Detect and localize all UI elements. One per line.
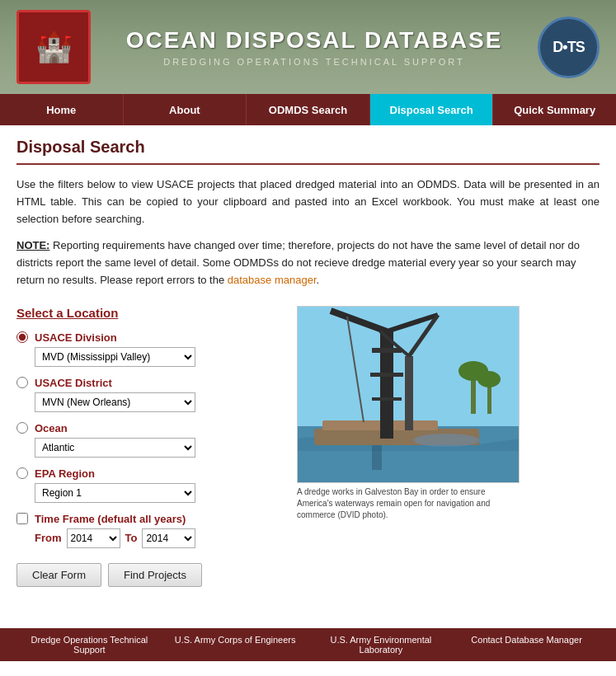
svg-point-18 <box>413 434 479 447</box>
footer: Dredge Operations Technical Support U.S.… <box>0 628 616 661</box>
form-section: Select a Location USACE Division MVD (Mi… <box>16 306 280 587</box>
radio-district[interactable] <box>16 377 28 388</box>
filter-row-timeframe: Time Frame (defualt all years) <box>16 513 280 525</box>
form-photo-row: Select a Location USACE Division MVD (Mi… <box>16 306 600 587</box>
note-text: NOTE: Reporting requirements have change… <box>16 237 600 289</box>
filter-group-district: USACE District MVN (New Orleans) SAM (Mo… <box>16 377 280 412</box>
dredge-svg <box>298 307 520 483</box>
svg-rect-19 <box>372 445 382 470</box>
note-suffix: . <box>317 274 320 286</box>
svg-rect-10 <box>370 373 403 377</box>
radio-epa[interactable] <box>16 467 28 479</box>
nav-odmds-search[interactable]: ODMDS Search <box>247 94 370 125</box>
svg-rect-9 <box>372 348 402 353</box>
header: 🏰 OCEAN DISPOSAL DATABASE DREDGING OPERA… <box>0 0 616 94</box>
from-year-select[interactable]: 20142013201220112010 2009200820072006200… <box>67 528 120 548</box>
timeframe-row: From 20142013201220112010 20092008200720… <box>35 528 280 548</box>
button-row: Clear Form Find Projects <box>16 563 280 587</box>
app-title: OCEAN DISPOSAL DATABASE <box>91 27 538 54</box>
filter-group-epa: EPA Region Region 1 Region 2 Region 3 Re… <box>16 467 280 503</box>
svg-rect-11 <box>372 397 402 401</box>
district-select[interactable]: MVN (New Orleans) SAM (Mobile) SAC (Char… <box>35 392 195 412</box>
filter-row-ocean: Ocean <box>16 422 280 434</box>
photo-caption: A dredge works in Galveston Bay in order… <box>297 486 520 521</box>
svg-rect-8 <box>380 331 393 439</box>
division-label: USACE Division <box>35 331 117 344</box>
radio-ocean[interactable] <box>16 422 28 434</box>
nav-quick-summary[interactable]: Quick Summary <box>493 94 616 125</box>
dredge-photo <box>297 306 520 483</box>
page-title: Disposal Search <box>16 138 600 165</box>
filter-row-district: USACE District <box>16 377 280 389</box>
header-title-block: OCEAN DISPOSAL DATABASE DREDGING OPERATI… <box>91 27 538 67</box>
nav-about[interactable]: About <box>124 94 247 125</box>
ocean-label: Ocean <box>35 422 68 434</box>
district-label: USACE District <box>35 377 112 389</box>
footer-item-2: U.S. Army Environmental Laboratory <box>308 635 454 655</box>
ocean-select[interactable]: Atlantic Pacific Gulf of Mexico <box>35 438 195 458</box>
filter-group-division: USACE Division MVD (Mississippi Valley) … <box>16 331 280 367</box>
intro-text: Use the filters below to view USACE proj… <box>16 176 600 228</box>
footer-item-1: U.S. Army Corps of Engineers <box>162 635 308 655</box>
from-label: From <box>35 532 62 544</box>
photo-container: A dredge works in Galveston Bay in order… <box>297 306 520 521</box>
filter-group-timeframe: Time Frame (defualt all years) From 2014… <box>16 513 280 548</box>
photo-section: A dredge works in Galveston Bay in order… <box>297 306 600 521</box>
nav-bar: Home About ODMDS Search Disposal Search … <box>0 94 616 125</box>
svg-rect-15 <box>405 356 413 430</box>
filter-group-ocean: Ocean Atlantic Pacific Gulf of Mexico <box>16 422 280 458</box>
to-year-select[interactable]: 20142013201220112010 2009200820072006200… <box>142 528 195 548</box>
footer-item-0: Dredge Operations Technical Support <box>16 635 162 655</box>
select-location-label: Select a Location <box>16 306 280 320</box>
usace-logo: 🏰 <box>16 10 91 84</box>
filter-row-epa: EPA Region <box>16 467 280 480</box>
dots-label: D•TS <box>553 39 584 56</box>
to-label: To <box>125 532 138 544</box>
note-label: NOTE: <box>16 239 49 251</box>
epa-label: EPA Region <box>35 467 95 480</box>
find-projects-button[interactable]: Find Projects <box>108 563 202 587</box>
division-select[interactable]: MVD (Mississippi Valley) SAD (South Atla… <box>35 347 195 367</box>
epa-select[interactable]: Region 1 Region 2 Region 3 Region 4 Regi… <box>35 483 195 503</box>
dots-logo: D•TS <box>538 16 600 78</box>
checkbox-timeframe[interactable] <box>16 513 28 524</box>
footer-item-3: Contact Database Manager <box>454 635 600 655</box>
castle-icon: 🏰 <box>35 30 73 64</box>
svg-point-4 <box>477 371 501 387</box>
timeframe-label: Time Frame (defualt all years) <box>35 513 186 525</box>
nav-disposal-search[interactable]: Disposal Search <box>370 94 494 125</box>
clear-form-button[interactable]: Clear Form <box>16 563 101 587</box>
radio-division[interactable] <box>16 331 28 343</box>
main-content: Disposal Search Use the filters below to… <box>0 125 616 603</box>
app-subtitle: DREDGING OPERATIONS TECHNICAL SUPPORT <box>91 57 538 67</box>
nav-home[interactable]: Home <box>0 94 124 125</box>
filter-row-division: USACE Division <box>16 331 280 344</box>
database-manager-link[interactable]: database manager <box>228 274 317 286</box>
